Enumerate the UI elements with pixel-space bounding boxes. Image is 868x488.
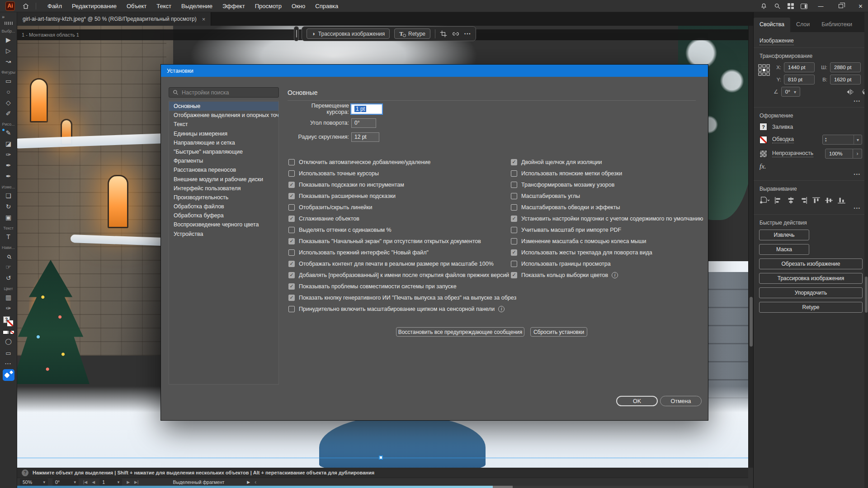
preferences-category[interactable]: Единицы измерения — [169, 129, 278, 138]
checkbox[interactable]: ✓ — [511, 261, 517, 267]
preferences-category[interactable]: Воспроизведение черного цвета — [169, 220, 278, 229]
checkbox[interactable]: ✓ — [288, 238, 295, 244]
retype-button[interactable]: T Retype — [394, 28, 430, 39]
stroke-swatch[interactable] — [760, 136, 767, 144]
menu-item[interactable]: Окно — [287, 0, 310, 12]
screen-mode-icon[interactable]: ▭ — [5, 348, 11, 358]
checkbox[interactable]: ✓ — [511, 159, 517, 165]
y-input[interactable]: 810 pt — [784, 75, 815, 84]
opacity-label[interactable]: Непрозрачность — [772, 150, 813, 157]
first-artboard-icon[interactable]: |◀ — [83, 480, 87, 484]
tool[interactable]: Текст — [0, 223, 17, 231]
menu-item[interactable]: Просмотр — [250, 0, 287, 12]
checkbox[interactable]: ✓ — [511, 249, 517, 256]
notifications-bell-icon[interactable] — [760, 3, 767, 10]
quick-action-button[interactable]: Маска — [759, 244, 809, 255]
quick-action-button[interactable]: Извлечь — [759, 230, 809, 240]
rotation-select[interactable]: 0°▾ — [52, 479, 79, 486]
tool[interactable]: Изме... — [0, 182, 17, 190]
edit-toolbar-icon[interactable]: ••• — [5, 361, 11, 366]
reference-point-icon[interactable] — [758, 64, 770, 76]
checkbox[interactable]: ✓ — [288, 170, 295, 177]
preferences-category[interactable]: Отображение выделения и опорных точек — [169, 111, 278, 120]
menu-item[interactable]: Эффект — [217, 0, 250, 12]
x-input[interactable]: 1440 pt — [784, 62, 815, 72]
more-options-icon[interactable]: ••• — [754, 172, 861, 177]
cursor-key-input[interactable]: 1 pt — [351, 104, 382, 114]
panel-tab[interactable]: Свойства — [754, 18, 790, 32]
color-mode-bar[interactable] — [3, 330, 14, 334]
fill-stroke-indicator[interactable]: ? — [3, 316, 14, 327]
info-icon[interactable]: i — [612, 272, 618, 278]
quick-action-button[interactable]: Трассировка изображения — [759, 273, 863, 284]
flip-horizontal-icon[interactable] — [846, 89, 854, 95]
menu-item[interactable]: Объект — [122, 0, 151, 12]
checkbox[interactable]: ✓ — [288, 261, 295, 267]
tool-direct-selection-tool[interactable]: ▷ — [0, 45, 17, 56]
checkbox[interactable]: ✓ — [288, 193, 295, 199]
fill-swatch[interactable]: ? — [760, 123, 767, 131]
tab-close-icon[interactable]: × — [202, 16, 206, 23]
cancel-button[interactable]: Отмена — [660, 396, 702, 406]
corner-radius-input[interactable]: 12 pt — [351, 132, 379, 142]
taskbar-drag-handle[interactable] — [294, 26, 299, 41]
reset-warnings-button[interactable]: Восстановить все предупреждающие сообщен… — [396, 327, 524, 337]
stroke-label[interactable]: Обводка — [772, 136, 794, 143]
checkbox[interactable]: ✓ — [288, 249, 295, 256]
rotation-angle-input[interactable]: 0° — [351, 118, 376, 128]
previous-artboard-icon[interactable]: ◀ — [92, 480, 95, 484]
tool-zoom-tool[interactable]: ϙ — [0, 251, 17, 262]
tool-shaper-tool[interactable]: ✐ — [0, 108, 17, 119]
menu-item[interactable]: Выделение — [176, 0, 217, 12]
preferences-category[interactable]: Фрагменты — [169, 156, 278, 165]
quick-action-button[interactable]: Обрезать изображение — [759, 258, 863, 269]
link-icon[interactable] — [452, 31, 460, 37]
ok-button[interactable]: OK — [616, 396, 658, 406]
checkbox[interactable]: ✓ — [511, 227, 517, 233]
align-left-icon[interactable] — [774, 197, 782, 204]
preferences-category[interactable]: Обработка буфера — [169, 211, 278, 220]
chevron-right-icon[interactable]: › — [853, 149, 862, 159]
horizontal-scrollbar-handle[interactable] — [493, 486, 513, 488]
tool-selection-tool[interactable]: ▶ — [0, 34, 17, 45]
workspace-switcher-icon[interactable] — [788, 3, 794, 9]
preferences-category[interactable]: Интерфейс пользователя — [169, 184, 278, 193]
collapse-panel-icon[interactable]: » — [2, 14, 5, 20]
tool-curvature-tool[interactable]: ✒ — [0, 160, 17, 171]
preferences-category[interactable]: "Быстрые" направляющие — [169, 147, 278, 156]
align-top-icon[interactable] — [812, 197, 820, 204]
panel-scrollbar[interactable] — [864, 12, 868, 488]
checkbox[interactable]: ✓ — [511, 170, 517, 177]
panel-layout-icon[interactable] — [801, 4, 807, 9]
checkbox[interactable]: ✓ — [511, 182, 517, 188]
preferences-category[interactable]: Текст — [169, 120, 278, 129]
tool-rectangle-tool[interactable]: ▭ — [0, 75, 17, 86]
opacity-input[interactable]: 100% — [825, 149, 853, 159]
tool-eraser-tool[interactable]: ◪ — [0, 138, 17, 149]
checkbox[interactable]: ✓ — [288, 159, 295, 165]
checkbox[interactable]: ✓ — [288, 182, 295, 188]
preferences-category[interactable]: Устройства — [169, 230, 278, 239]
draw-mode-icon[interactable]: ◯ — [5, 336, 12, 346]
stroke-width-stepper[interactable]: ▴▾ ▾ — [822, 135, 862, 145]
image-trace-button[interactable]: ◑ Трассировка изображения — [307, 28, 390, 39]
tool-pencil-tool[interactable]: ✎ — [0, 127, 17, 138]
zoom-level-select[interactable]: 50%▾ — [20, 479, 48, 486]
canvas-vertical-scrollbar[interactable] — [748, 26, 753, 468]
panel-tab[interactable]: Слои — [790, 18, 816, 32]
tool-shape-builder-tool[interactable]: ▣ — [0, 212, 17, 223]
panel-tab[interactable]: Библиотеки — [816, 18, 858, 32]
checkbox[interactable]: ✓ — [288, 306, 295, 312]
checkbox[interactable]: ✓ — [288, 216, 295, 222]
rotation-select[interactable]: 0°▾ — [781, 87, 800, 97]
align-center-vertical-icon[interactable] — [825, 197, 833, 204]
crop-icon[interactable] — [440, 30, 447, 38]
last-artboard-icon[interactable]: ▶| — [134, 480, 138, 484]
align-center-horizontal-icon[interactable] — [787, 197, 795, 204]
document-tab[interactable]: girl-ai-art-fantsy-kfzh.jpeg* @ 50 % (RG… — [17, 12, 211, 26]
tool-pen-tool[interactable]: ✒ — [0, 171, 17, 182]
tool-eyedropper-tool[interactable]: ✑ — [0, 303, 17, 314]
checkbox[interactable]: ✓ — [288, 204, 295, 211]
preferences-category[interactable]: Направляющие и сетка — [169, 138, 278, 147]
quick-action-button[interactable]: Упорядочить — [759, 287, 863, 298]
